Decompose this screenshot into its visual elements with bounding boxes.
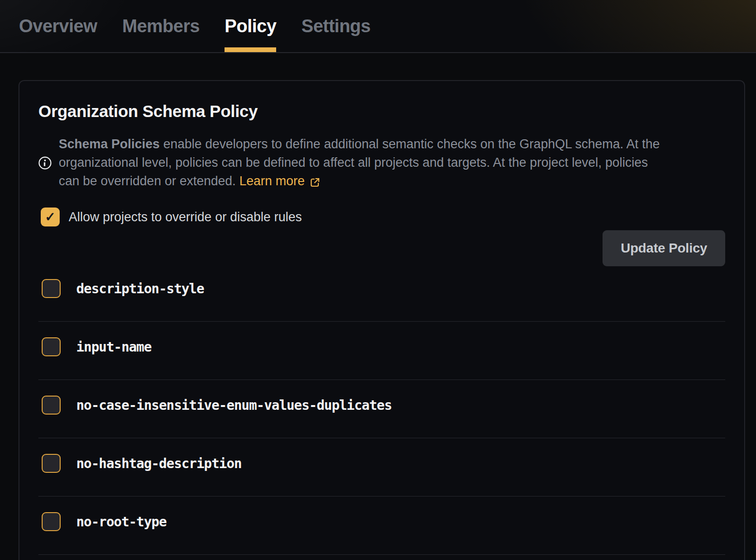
rule-checkbox[interactable] xyxy=(42,512,61,531)
allow-override-row: ✓ Allow projects to override or disable … xyxy=(38,208,725,226)
rule-name: no-root-type xyxy=(76,514,166,530)
rule-row-description-style: description-style xyxy=(38,267,725,322)
external-link-icon xyxy=(309,177,321,188)
info-icon xyxy=(38,156,52,170)
rule-row-no-hashtag-description: no-hashtag-description xyxy=(38,438,725,497)
tab-overview[interactable]: Overview xyxy=(19,0,97,52)
rule-name: input-name xyxy=(76,339,152,355)
schema-policy-card: Organization Schema Policy Schema Polici… xyxy=(18,80,745,560)
learn-more-link[interactable]: Learn more xyxy=(239,172,321,190)
tab-bar: Overview Members Policy Settings xyxy=(0,0,756,53)
check-icon: ✓ xyxy=(45,211,56,224)
allow-override-label: Allow projects to override or disable ru… xyxy=(69,210,302,225)
info-line-1: Schema Policies enable developers to def… xyxy=(59,135,660,154)
info-line-2: organizational level, policies can be de… xyxy=(59,154,660,172)
tab-policy[interactable]: Policy xyxy=(225,0,276,52)
info-line-3: can be overridden or extended. Learn mor… xyxy=(59,172,660,190)
info-callout: Schema Policies enable developers to def… xyxy=(38,135,725,190)
screen: Overview Members Policy Settings Organiz… xyxy=(0,0,756,560)
rule-name: description-style xyxy=(76,281,204,297)
tab-overview-label: Overview xyxy=(19,16,97,36)
tab-members[interactable]: Members xyxy=(122,0,199,52)
tab-members-label: Members xyxy=(122,16,199,36)
active-tab-underline xyxy=(225,47,276,52)
page-title: Organization Schema Policy xyxy=(38,102,725,121)
button-row: Update Policy xyxy=(38,230,725,266)
rules-list: description-style input-name no-case-ins… xyxy=(38,267,725,555)
info-bold: Schema Policies xyxy=(59,137,160,151)
update-policy-button[interactable]: Update Policy xyxy=(603,230,725,266)
tab-settings[interactable]: Settings xyxy=(301,0,370,52)
rule-checkbox[interactable] xyxy=(42,396,61,415)
rule-name: no-hashtag-description xyxy=(76,456,242,471)
tab-settings-label: Settings xyxy=(301,16,370,36)
info-paragraph: Schema Policies enable developers to def… xyxy=(59,135,660,190)
rule-row-input-name: input-name xyxy=(38,322,725,380)
allow-override-checkbox[interactable]: ✓ xyxy=(41,208,60,226)
rule-row-no-root-type: no-root-type xyxy=(38,497,725,555)
rule-checkbox[interactable] xyxy=(42,279,61,298)
tab-policy-label: Policy xyxy=(225,16,276,36)
rule-row-no-case-insensitive-enum-values-duplicates: no-case-insensitive-enum-values-duplicat… xyxy=(38,380,725,438)
rule-checkbox[interactable] xyxy=(42,337,61,356)
rule-name: no-case-insensitive-enum-values-duplicat… xyxy=(76,397,392,413)
rule-checkbox[interactable] xyxy=(42,454,61,473)
